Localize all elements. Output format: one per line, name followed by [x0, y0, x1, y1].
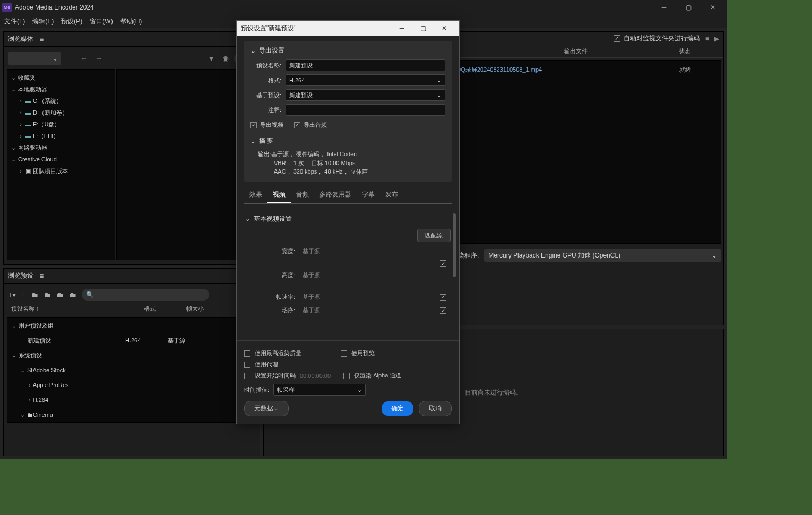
remove-preset-icon[interactable]: − — [21, 290, 25, 299]
comments-input[interactable] — [286, 104, 445, 116]
chevron-down-icon: ⌄ — [712, 252, 717, 259]
col-framesize[interactable]: 帧大小 — [186, 305, 229, 313]
dialog-minimize-button[interactable]: ─ — [391, 21, 412, 36]
tree-favorites[interactable]: ⌄收藏夹 — [7, 72, 115, 83]
preset-browser-title: 浏览预设 — [8, 271, 33, 280]
chevron-down-icon: ⌄ — [437, 77, 442, 84]
export-icon[interactable]: 🖿 — [56, 290, 64, 299]
menu-preset[interactable]: 预设(P) — [61, 17, 82, 26]
tree-creative-cloud[interactable]: ⌄Creative Cloud — [7, 153, 115, 165]
forward-button[interactable]: → — [93, 54, 105, 63]
max-quality-checkbox[interactable]: 使用最高渲染质量 — [244, 349, 301, 357]
preset-group-apple-prores[interactable]: ›Apple ProRes — [7, 377, 256, 392]
tree-local-drives[interactable]: ⌄本地驱动器 — [7, 83, 115, 95]
folder-icon: 🖿 — [27, 411, 33, 418]
queue-status: 就绪 — [679, 66, 716, 74]
tab-mux[interactable]: 多路复用器 — [314, 187, 357, 203]
minimize-button[interactable]: ─ — [652, 0, 676, 15]
format-dropdown[interactable]: H.264⌄ — [286, 74, 445, 86]
menu-help[interactable]: 帮助(H) — [120, 17, 142, 26]
menu-edit[interactable]: 编辑(E) — [32, 17, 54, 26]
wh-lock-checkbox[interactable] — [440, 260, 446, 267]
eye-icon[interactable]: ◉ — [220, 54, 231, 63]
col-format[interactable]: 格式 — [144, 305, 186, 313]
tree-drive-f[interactable]: ›▬F:（EFI） — [7, 130, 115, 142]
preset-search-input[interactable]: 🔍 — [82, 289, 209, 301]
chevron-down-icon: ⌄ — [437, 92, 442, 99]
col-preset-name[interactable]: 预设名称 ↑ — [11, 305, 144, 313]
chevron-down-icon[interactable]: ⌄ — [245, 215, 250, 222]
play-button[interactable]: ▶ — [714, 35, 719, 42]
export-video-checkbox[interactable]: 导出视频 — [250, 121, 283, 129]
interp-label: 时间插值: — [244, 386, 269, 394]
tree-drive-e[interactable]: ›▬E:（U盘） — [7, 118, 115, 130]
tree-drive-d[interactable]: ›▬D:（新加卷） — [7, 107, 115, 118]
export-audio-checkbox[interactable]: 导出音频 — [294, 121, 327, 129]
render-engine-dropdown[interactable]: Mercury Playback Engine GPU 加速 (OpenCL)⌄ — [484, 249, 721, 262]
preset-group-user[interactable]: ⌄用户预设及组 — [7, 318, 256, 333]
team-icon: ▣ — [25, 168, 31, 175]
metadata-button[interactable]: 元数据... — [244, 401, 289, 416]
use-preview-checkbox[interactable]: 使用预览 — [341, 349, 375, 357]
tab-publish[interactable]: 发布 — [380, 187, 403, 203]
tab-video[interactable]: 视频 — [267, 187, 291, 203]
interp-dropdown[interactable]: 帧采样⌄ — [273, 384, 366, 396]
preset-row-user-preset[interactable]: 新建预设 H.264 基于源 — [7, 333, 256, 348]
tree-team-versions[interactable]: ›▣团队项目版本 — [7, 165, 115, 177]
based-on-dropdown[interactable]: 新建预设⌄ — [286, 89, 445, 101]
app-title: Adobe Media Encoder 2024 — [15, 4, 94, 11]
drive-icon: ▬ — [25, 122, 31, 127]
import-icon[interactable]: 🖿 — [69, 290, 76, 299]
folder-icon[interactable]: 🖿 — [31, 290, 38, 299]
auto-encode-checkbox[interactable]: ✓ 自动对监视文件夹进行编码 — [614, 34, 700, 43]
chevron-down-icon[interactable]: ⌄ — [250, 47, 256, 55]
preset-browser-panel: 浏览预设 ≡ +▾ − 🖿 🖿 🖿 🖿 🔍 — [3, 268, 260, 456]
app-icon: Me — [2, 3, 12, 12]
new-folder-icon[interactable]: 🖿 — [44, 290, 51, 299]
summary-text: 输出:基于源， 硬件编码， Intel Codec VBR， 1 次， 目标 1… — [258, 150, 445, 176]
preset-group-cinema[interactable]: ⌄🖿 Cinema — [7, 407, 256, 422]
back-button[interactable]: ← — [78, 54, 90, 63]
dialog-close-button[interactable]: ✕ — [434, 21, 455, 36]
path-dropdown[interactable]: ⌄ — [8, 52, 61, 65]
preset-name-input[interactable]: 新建预设 — [286, 59, 445, 71]
panel-menu-icon[interactable]: ≡ — [40, 272, 44, 280]
media-browser-header: 浏览媒体 ≡ — [4, 32, 260, 47]
preset-group-system[interactable]: ⌄系统预设 — [7, 348, 256, 363]
close-button[interactable]: ✕ — [701, 0, 725, 15]
settings-tabs: 效果 视频 音频 多路复用器 字幕 发布 — [244, 187, 452, 204]
tree-drive-c[interactable]: ›▬C:（系统） — [7, 95, 115, 107]
start-timecode-checkbox[interactable]: 设置开始时间码 00:00:00:00 — [244, 372, 331, 380]
fps-value: 基于源 — [303, 293, 440, 301]
field-label: 场序: — [245, 306, 295, 314]
chevron-down-icon[interactable]: ⌄ — [250, 138, 256, 145]
dialog-scrollbar[interactable] — [453, 208, 457, 320]
panel-menu-icon[interactable]: ≡ — [40, 36, 44, 43]
alpha-only-checkbox[interactable]: 仅渲染 Alpha 通道 — [343, 372, 401, 380]
tab-effects[interactable]: 效果 — [244, 187, 267, 203]
tab-captions[interactable]: 字幕 — [357, 187, 380, 203]
based-on-label: 基于预设: — [250, 91, 281, 99]
add-preset-icon[interactable]: +▾ — [8, 290, 16, 299]
preset-group-adobe-stock[interactable]: ⌄St Adobe Stock — [7, 363, 256, 377]
preset-group-h264[interactable]: ›H.264 — [7, 392, 256, 407]
match-source-button[interactable]: 匹配源 — [417, 229, 451, 242]
tab-audio[interactable]: 音频 — [291, 187, 314, 203]
maximize-button[interactable]: ▢ — [676, 0, 701, 15]
menu-window[interactable]: 窗口(W) — [90, 17, 113, 26]
cancel-button[interactable]: 取消 — [419, 401, 452, 416]
preset-settings-dialog: 预设设置"新建预设" ─ ▢ ✕ ⌄导出设置 预设名称: 新建预设 格式: H.… — [236, 20, 460, 424]
filter-icon[interactable]: ▼ — [205, 54, 217, 63]
menu-file[interactable]: 文件(F) — [4, 17, 25, 26]
tree-network-drives[interactable]: ⌄网络驱动器 — [7, 142, 115, 153]
width-label: 宽度: — [245, 247, 295, 255]
dialog-maximize-button[interactable]: ▢ — [412, 21, 434, 36]
field-lock-checkbox[interactable] — [440, 307, 446, 314]
fps-lock-checkbox[interactable] — [440, 294, 446, 301]
use-proxy-checkbox[interactable]: 使用代理 — [244, 360, 278, 368]
media-browser-panel: 浏览媒体 ≡ ⌄ ← → ▼ ◉ 🔍 — [3, 31, 260, 265]
media-browser-toolbar: ⌄ ← → ▼ ◉ 🔍 — [7, 50, 256, 67]
ok-button[interactable]: 确定 — [382, 401, 413, 416]
fps-label: 帧速率: — [245, 293, 295, 301]
stop-button[interactable]: ■ — [705, 35, 709, 42]
